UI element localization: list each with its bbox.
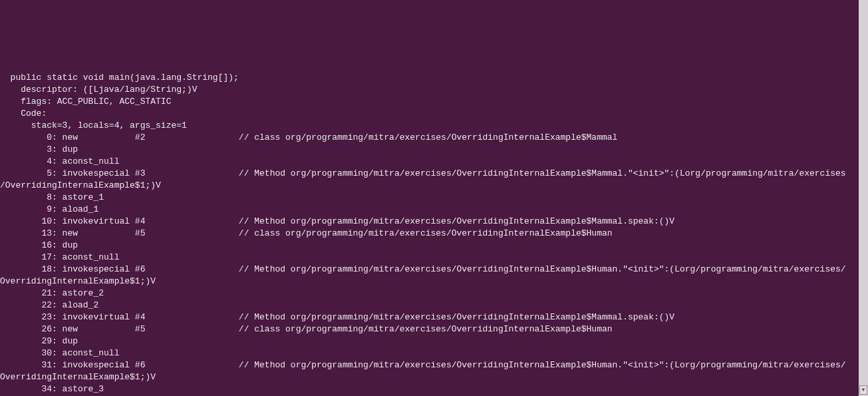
code-line: 10: invokevirtual #4 // Method org/progr… xyxy=(0,216,868,228)
code-line: 17: aconst_null xyxy=(0,252,868,264)
code-line: 3: dup xyxy=(0,144,868,156)
code-line: 31: invokespecial #6 // Method org/progr… xyxy=(0,359,868,371)
code-line: 34: astore_3 xyxy=(0,383,868,395)
code-line: 22: aload_2 xyxy=(0,299,868,311)
code-line: descriptor: ([Ljava/lang/String;)V xyxy=(0,84,868,96)
code-line: 16: dup xyxy=(0,240,868,252)
code-line: 8: astore_1 xyxy=(0,192,868,204)
code-line: 18: invokespecial #6 // Method org/progr… xyxy=(0,264,868,276)
code-line: 5: invokespecial #3 // Method org/progra… xyxy=(0,168,868,180)
code-line: stack=3, locals=4, args_size=1 xyxy=(0,120,868,132)
code-line: 21: astore_2 xyxy=(0,288,868,299)
code-line: 29: dup xyxy=(0,335,868,347)
code-line: 13: new #5 // class org/programming/mitr… xyxy=(0,228,868,240)
scrollbar-down-arrow-icon[interactable]: ▼ xyxy=(859,385,867,395)
code-line: 9: aload_1 xyxy=(0,204,868,216)
code-viewer[interactable]: public static void main(java.lang.String… xyxy=(0,48,868,396)
code-line: 4: aconst_null xyxy=(0,156,868,168)
code-line: Code: xyxy=(0,108,868,120)
code-line: public static void main(java.lang.String… xyxy=(0,72,868,84)
code-line: 26: new #5 // class org/programming/mitr… xyxy=(0,323,868,335)
code-line: 30: aconst_null xyxy=(0,347,868,359)
code-line: OverridingInternalExample$1;)V xyxy=(0,276,868,288)
code-line: OverridingInternalExample$1;)V xyxy=(0,371,868,383)
code-line: 23: invokevirtual #4 // Method org/progr… xyxy=(0,311,868,323)
code-line: /OverridingInternalExample$1;)V xyxy=(0,180,868,192)
code-line: flags: ACC_PUBLIC, ACC_STATIC xyxy=(0,96,868,108)
code-line: 0: new #2 // class org/programming/mitra… xyxy=(0,132,868,144)
vertical-scrollbar-track[interactable]: ▼ xyxy=(859,0,868,396)
